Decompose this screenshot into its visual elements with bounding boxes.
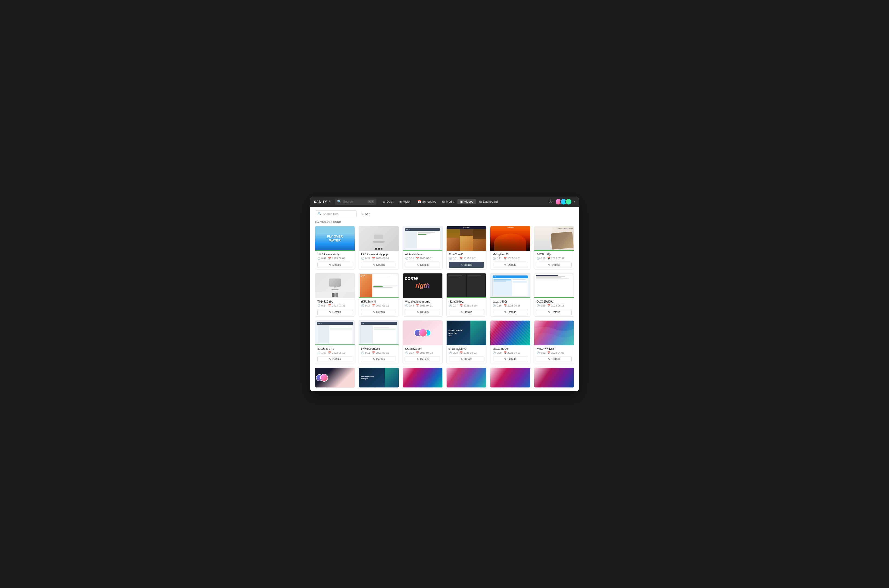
thumb-2 (359, 226, 399, 251)
video-card-6[interactable]: Explore the Out Book SdCBrmt2jx 🕐 0:39 (534, 226, 574, 270)
details-btn-3[interactable]: ✎ Details (405, 262, 440, 268)
video-card-2[interactable]: lift foil case study pdp 🕐 0:24 📅 2023-0… (359, 226, 399, 270)
thumb-1: FLY OVER WATER (315, 226, 355, 251)
video-card-10[interactable]: l81mOblbxz 🕐 0:07 📅 2023-06-29 ✎ (446, 273, 486, 316)
video-card-3[interactable]: AI Assist demo 🕐 0:20 📅 2023-08-01 ✎ (403, 226, 443, 270)
details-btn-6[interactable]: ✎ Details (537, 262, 572, 268)
pencil-icon-12: ✎ (548, 310, 550, 314)
thumb-4: TEZENIS (447, 226, 486, 251)
sort-button[interactable]: ⇅ Sort (359, 211, 372, 217)
nav-label-vision: Vision (403, 200, 411, 203)
nav-label-media: Media (446, 200, 454, 203)
dashboard-icon: ⊟ (479, 200, 482, 203)
details-btn-7[interactable]: ✎ Details (317, 309, 352, 315)
global-search[interactable]: 🔍 ⌘ K (335, 198, 376, 205)
video-card-12[interactable]: OsX02PzD9q 🕐 0:29 📅 2023-06-15 ✎ (534, 273, 574, 316)
video-card-8[interactable]: ');"> (359, 273, 399, 316)
video-card-16[interactable]: New exhibitionnear you 2023 cTD8aQL1RG 🕐… (446, 320, 486, 364)
video-card-18[interactable]: wt9CmWHvsY 🕐 0:32 📅 2023-04-03 ✎ (534, 320, 574, 364)
video-card-4[interactable]: TEZENIS (446, 226, 486, 270)
videos-count-label: 112 VIDEOS FOUND (315, 220, 574, 223)
pencil-icon-3: ✎ (417, 263, 419, 267)
video-card-15[interactable]: OOSc5Z3StY 🕐 0:17 📅 2023-04-03 ✎ (403, 320, 443, 364)
details-btn-4[interactable]: ✎ Details (449, 262, 484, 268)
nav-item-vision[interactable]: ◉ Vision (397, 199, 414, 204)
card-meta-6: 🕐 0:39 📅 2023-07-31 (537, 257, 572, 260)
nav-item-videos[interactable]: ▣ Videos (457, 199, 476, 204)
details-btn-13[interactable]: ✎ Details (317, 356, 352, 362)
rigth-text: rigth (415, 282, 430, 289)
details-btn-1[interactable]: ✎ Details (317, 262, 352, 268)
video-card-9[interactable]: come rigth Visual editing promo 🕐 0:43 📅 (403, 273, 443, 316)
mock-screen-14 (361, 322, 397, 344)
calendar-icon-17: 📅 (504, 351, 507, 354)
details-btn-15[interactable]: ✎ Details (405, 356, 440, 362)
details-btn-2[interactable]: ✎ Details (361, 262, 396, 268)
clock-icon-15: 🕐 (405, 351, 408, 354)
video-card-7[interactable]: T01yTzCz9U 🕐 0:24 📅 2023-07-31 ✎ (315, 273, 355, 316)
nav-item-desk[interactable]: ⊞ Desk (380, 199, 396, 204)
details-btn-14[interactable]: ✎ Details (361, 356, 396, 362)
calendar-icon-12: 📅 (547, 304, 551, 307)
thumb-15 (403, 321, 442, 345)
details-btn-12[interactable]: ✎ Details (537, 309, 572, 315)
card-title-17: elEG02SiOz (493, 347, 528, 351)
details-btn-17[interactable]: ✎ Details (493, 356, 528, 362)
video-card-22[interactable] (446, 368, 486, 388)
thumb-11 (490, 273, 530, 298)
card-title-9: Visual editing promo (405, 300, 440, 303)
calendar-icon-15: 📅 (416, 351, 419, 354)
pencil-icon-5: ✎ (504, 263, 507, 267)
details-btn-11[interactable]: ✎ Details (493, 309, 528, 315)
nav-item-dashboard[interactable]: ⊟ Dashboard (477, 199, 501, 204)
card-info-7: T01yTzCz9U 🕐 0:24 📅 2023-07-31 ✎ (315, 298, 355, 316)
card-meta-13: 🕐 1:07 📅 2023-06-15 (317, 351, 352, 354)
video-card-11[interactable]: axpxnJ300t 🕐 0:56 📅 2023-06-15 ✎ (490, 273, 530, 316)
clock-icon-1: 🕐 (317, 257, 320, 260)
card-meta-9: 🕐 0:43 📅 2023-07-11 (405, 304, 440, 307)
card-title-3: AI Assist demo (405, 253, 440, 256)
video-card-20[interactable]: New exhibitionnear you (359, 368, 399, 388)
video-card-23[interactable] (490, 368, 530, 388)
clock-icon-7: 🕐 (317, 304, 320, 307)
details-btn-16[interactable]: ✎ Details (449, 356, 484, 362)
video-card-17[interactable]: elEG02SiOz 🕐 0:09 📅 2023-04-03 ✎ (490, 320, 530, 364)
video-card-14[interactable]: HWRXZVu02R 🕐 0:11 📅 2023-06-15 ✎ (359, 320, 399, 364)
stand-shape (373, 234, 385, 243)
avatar-group (555, 198, 572, 205)
card-title-13: k01Uq2dDRL (317, 347, 352, 351)
details-btn-5[interactable]: ✎ Details (493, 262, 528, 268)
details-btn-18[interactable]: ✎ Details (537, 356, 572, 362)
nav-item-schedules[interactable]: 📅 Schedules (415, 199, 439, 204)
card-meta-12: 🕐 0:29 📅 2023-06-15 (537, 304, 572, 307)
card-meta-15: 🕐 0:17 📅 2023-04-03 (405, 351, 440, 354)
search-files-input[interactable]: 🔍 Search files (315, 210, 357, 217)
video-card-24[interactable] (534, 368, 574, 388)
card-title-18: wt9CmWHvsY (537, 347, 572, 351)
card-meta-7: 🕐 0:24 📅 2023-07-31 (317, 304, 352, 307)
chevron-down-icon[interactable]: ▾ (574, 200, 575, 203)
calendar-icon-2: 📅 (372, 257, 375, 260)
calendar-icon-14: 📅 (372, 351, 375, 354)
video-card-13[interactable]: k01Uq2dDRL 🕐 1:07 📅 2023-06-15 ✎ (315, 320, 355, 364)
thumb-5: TEZENIS (490, 226, 530, 251)
details-btn-10[interactable]: ✎ Details (449, 309, 484, 315)
sanity-wordmark: SANITY (314, 200, 327, 204)
video-card-5[interactable]: TEZENIS zMUghlwx43 🕐 0:11 📅 (490, 226, 530, 270)
wavy-overlay (534, 321, 574, 345)
details-btn-9[interactable]: ✎ Details (405, 309, 440, 315)
video-card-21[interactable] (403, 368, 443, 388)
video-card-1[interactable]: FLY OVER WATER Lift foil case study 🕐 0:… (315, 226, 355, 270)
help-button[interactable]: ⓘ (548, 198, 553, 205)
nav-item-media[interactable]: ⊡ Media (439, 199, 457, 204)
thumb-18 (534, 321, 574, 345)
search-input[interactable] (343, 200, 366, 203)
edit-icon[interactable]: ✎ (328, 200, 331, 203)
thumb-10 (447, 273, 486, 298)
video-card-19[interactable] (315, 368, 355, 388)
thumb-17 (490, 321, 530, 345)
details-btn-8[interactable]: ✎ Details (361, 309, 396, 315)
card-info-5: zMUghlwx43 🕐 0:11 📅 2023-08-01 ✎ (490, 251, 530, 269)
pencil-icon-14: ✎ (373, 358, 375, 361)
nav-label-schedules: Schedules (422, 200, 436, 203)
